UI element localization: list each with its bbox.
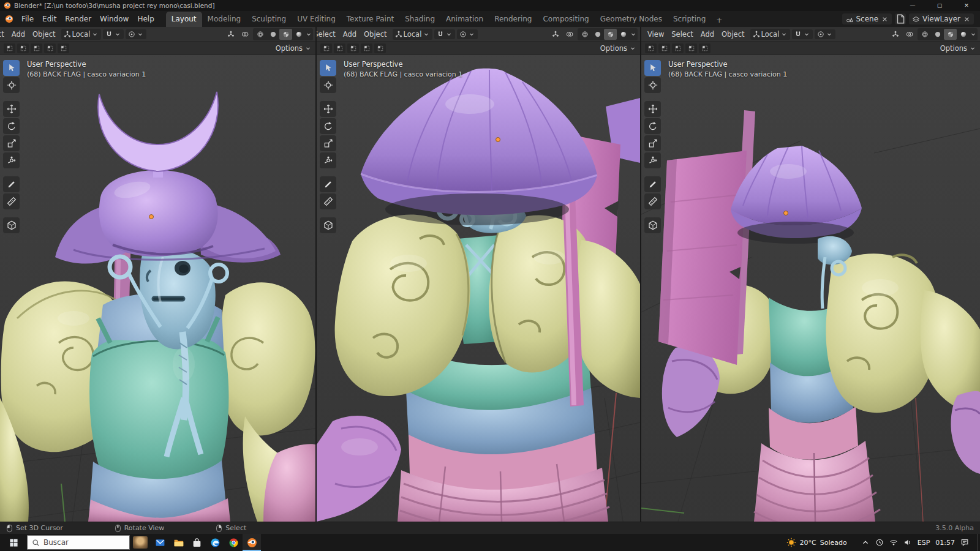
proportional-editing-toggle[interactable] [815, 29, 835, 39]
action-center-icon[interactable] [960, 538, 969, 547]
menu-object[interactable]: Object [360, 28, 390, 40]
select-mode-button[interactable] [17, 43, 29, 53]
taskbar-app-edge[interactable] [206, 534, 224, 551]
tool-measure[interactable] [644, 193, 661, 209]
select-mode-button[interactable] [645, 43, 657, 53]
snap-toggle[interactable] [103, 29, 124, 39]
taskbar-app-file-explorer[interactable] [169, 534, 187, 551]
select-mode-button[interactable] [361, 43, 372, 53]
tool-add-cube[interactable] [3, 217, 20, 233]
tool-transform[interactable] [3, 152, 20, 168]
menu-window[interactable]: Window [96, 13, 133, 25]
show-overlays-toggle[interactable] [564, 29, 576, 39]
tab-compositing[interactable]: Compositing [537, 12, 594, 27]
new-scene-button[interactable] [895, 13, 906, 24]
tab-shading[interactable]: Shading [399, 12, 440, 27]
show-overlays-toggle[interactable] [903, 29, 916, 39]
tool-3d-cursor[interactable] [3, 77, 20, 93]
select-mode-button[interactable] [4, 43, 15, 53]
tab-layout[interactable]: Layout [166, 12, 202, 27]
shading-wireframe-button[interactable] [578, 29, 591, 40]
select-mode-button[interactable] [58, 43, 69, 53]
3d-viewport-canvas[interactable]: User Perspective (68) BACK FLAG | casco … [317, 55, 640, 522]
menu-select[interactable]: Select [317, 28, 339, 40]
tool-rotate[interactable] [320, 118, 336, 134]
add-workspace-button[interactable]: + [711, 13, 727, 27]
wifi-icon[interactable] [889, 538, 898, 547]
select-mode-button[interactable] [374, 43, 386, 53]
search-input[interactable] [43, 538, 116, 547]
3d-viewport-canvas[interactable]: User Perspective (68) BACK FLAG | casco … [641, 55, 980, 522]
tool-select-box[interactable] [3, 60, 20, 76]
select-mode-button[interactable] [334, 43, 345, 53]
menu-select[interactable]: Select [668, 28, 696, 40]
menu-add[interactable]: Add [697, 28, 718, 40]
chevron-down-icon[interactable] [305, 31, 312, 38]
menu-file[interactable]: File [17, 13, 38, 25]
shading-rendered-button[interactable] [292, 29, 305, 40]
tool-move[interactable] [644, 101, 661, 117]
tool-move[interactable] [320, 101, 336, 117]
select-mode-button[interactable] [699, 43, 710, 53]
unlink-viewlayer-icon[interactable] [963, 15, 971, 23]
tool-measure[interactable] [320, 193, 336, 209]
menu-select[interactable]: Select [0, 28, 8, 40]
start-button[interactable] [0, 534, 27, 551]
menu-object[interactable]: Object [29, 28, 59, 40]
taskbar-app-mail[interactable] [151, 534, 169, 551]
tool-3d-cursor[interactable] [320, 77, 336, 93]
show-gizmo-toggle[interactable] [225, 29, 237, 39]
shading-rendered-button[interactable] [617, 29, 630, 40]
tool-scale[interactable] [644, 135, 661, 151]
select-mode-button[interactable] [320, 43, 332, 53]
close-button[interactable]: ✕ [953, 0, 980, 11]
shading-wireframe-button[interactable] [254, 29, 266, 40]
show-overlays-toggle[interactable] [239, 29, 251, 39]
tab-scripting[interactable]: Scripting [668, 12, 711, 27]
tool-transform[interactable] [320, 152, 336, 168]
clock-time[interactable]: 01:57 [935, 539, 955, 547]
tab-sculpting[interactable]: Sculpting [246, 12, 292, 27]
proportional-editing-toggle[interactable] [457, 29, 478, 39]
tool-move[interactable] [3, 101, 20, 117]
select-mode-button[interactable] [672, 43, 684, 53]
shading-solid-button[interactable] [266, 29, 279, 40]
viewlayer-selector[interactable]: ViewLayer [909, 13, 974, 24]
transform-orientation-dropdown[interactable]: Local [393, 29, 433, 40]
show-gizmo-toggle[interactable] [549, 29, 562, 39]
transform-orientation-dropdown[interactable]: Local [61, 29, 102, 40]
tab-modeling[interactable]: Modeling [202, 12, 247, 27]
menu-view[interactable]: View [644, 28, 668, 40]
select-mode-button[interactable] [31, 43, 42, 53]
tool-add-cube[interactable] [320, 217, 336, 233]
tool-transform[interactable] [644, 152, 661, 168]
tool-select-box[interactable] [320, 60, 336, 76]
chevron-down-icon[interactable] [970, 31, 977, 38]
snap-toggle[interactable] [792, 29, 813, 39]
taskbar-app-store[interactable] [187, 534, 206, 551]
tool-scale[interactable] [3, 135, 20, 151]
menu-add[interactable]: Add [339, 28, 360, 40]
show-gizmo-toggle[interactable] [889, 29, 902, 39]
tab-rendering[interactable]: Rendering [489, 12, 537, 27]
taskbar-app-blender[interactable] [243, 534, 261, 551]
language-indicator[interactable]: ESP [918, 539, 930, 547]
scene-selector[interactable]: Scene [842, 13, 892, 24]
taskbar-avatar-icon[interactable] [133, 536, 148, 549]
shading-solid-button[interactable] [931, 29, 944, 40]
options-dropdown[interactable]: Options [600, 44, 636, 53]
tool-rotate[interactable] [3, 118, 20, 134]
proportional-editing-toggle[interactable] [126, 29, 146, 39]
shading-material-button[interactable] [944, 29, 957, 40]
chevron-down-icon[interactable] [630, 31, 637, 38]
taskbar-app-chrome[interactable] [224, 534, 243, 551]
options-dropdown[interactable]: Options [276, 44, 312, 53]
weather-widget[interactable]: 20°C Soleado [786, 538, 847, 547]
volume-icon[interactable] [903, 538, 912, 547]
select-mode-button[interactable] [44, 43, 56, 53]
tool-select-box[interactable] [644, 60, 661, 76]
tool-annotate[interactable] [320, 176, 336, 192]
select-mode-button[interactable] [347, 43, 359, 53]
tool-rotate[interactable] [644, 118, 661, 134]
shading-material-button[interactable] [604, 29, 617, 40]
